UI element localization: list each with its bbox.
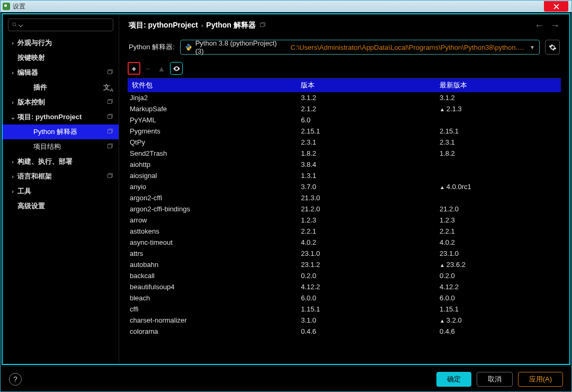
show-early-releases-button[interactable] xyxy=(170,62,183,75)
apply-button[interactable]: 应用(A) xyxy=(518,372,563,387)
svg-rect-1 xyxy=(108,70,111,74)
table-row[interactable]: backcall0.2.00.2.0 xyxy=(128,270,561,281)
table-row[interactable]: attrs23.1.023.1.0 xyxy=(128,248,561,259)
pkg-name: asttokens xyxy=(128,227,301,235)
pkg-latest: ▲3.2.0 xyxy=(440,316,561,324)
table-row[interactable]: MarkupSafe2.1.2▲2.1.3 xyxy=(128,103,561,114)
tree-item[interactable]: ›构建、执行、部署 xyxy=(3,154,119,169)
table-row[interactable]: aiohttp3.8.4 xyxy=(128,159,561,170)
pkg-version: 6.0.0 xyxy=(301,294,440,302)
tree-item-label: 高级设置 xyxy=(17,201,45,211)
table-row[interactable]: async-timeout4.0.24.0.2 xyxy=(128,237,561,248)
interpreter-select[interactable]: Python 3.8 (pythonProject) (3) C:\Users\… xyxy=(180,40,540,55)
pkg-latest: ▲23.6.2 xyxy=(440,261,561,269)
pkg-name: cffi xyxy=(128,305,301,313)
table-row[interactable]: colorama0.4.60.4.6 xyxy=(128,326,561,337)
pkg-version: 4.12.2 xyxy=(301,283,440,291)
tree-item[interactable]: ›工具 xyxy=(3,184,119,199)
tree-item[interactable]: ›插件文A xyxy=(3,80,119,95)
help-button[interactable]: ? xyxy=(9,373,22,386)
table-row[interactable]: Send2Trash1.8.21.8.2 xyxy=(128,148,561,159)
settings-search-input[interactable] xyxy=(8,19,113,31)
pkg-latest: 0.4.6 xyxy=(440,327,561,335)
svg-rect-5 xyxy=(108,145,111,148)
pkg-version: 2.2.1 xyxy=(301,227,440,235)
pkg-version: 2.3.1 xyxy=(301,138,440,146)
col-header-latest[interactable]: 最新版本 xyxy=(440,81,561,90)
tree-item[interactable]: ›编辑器 xyxy=(3,65,119,80)
tree-item[interactable]: ›语言和框架 xyxy=(3,169,119,184)
restore-icon[interactable] xyxy=(259,21,266,30)
pkg-version: 1.8.2 xyxy=(301,149,440,157)
breadcrumb-part-1: Python 解释器 xyxy=(206,21,255,30)
svg-point-0 xyxy=(13,23,16,26)
tree-item-label: 插件 xyxy=(33,83,47,92)
ok-button[interactable]: 确定 xyxy=(436,372,471,387)
pkg-version: 3.1.0 xyxy=(301,316,440,324)
svg-point-9 xyxy=(189,49,190,50)
tree-item[interactable]: ›版本控制 xyxy=(3,95,119,110)
tree-item[interactable]: ›按键映射 xyxy=(3,50,119,65)
pkg-latest: 4.0.2 xyxy=(440,238,561,246)
pkg-version: 4.0.2 xyxy=(301,238,440,246)
pkg-version: 21.3.0 xyxy=(301,194,440,202)
tree-item[interactable]: ›Python 解释器 xyxy=(3,124,119,139)
table-row[interactable]: autobahn23.1.2▲23.6.2 xyxy=(128,259,561,270)
window-close-button[interactable] xyxy=(544,1,568,12)
table-row[interactable]: Pygments2.15.12.15.1 xyxy=(128,126,561,137)
table-row[interactable]: arrow1.2.31.2.3 xyxy=(128,215,561,226)
table-row[interactable]: QtPy2.3.12.3.1 xyxy=(128,137,561,148)
pkg-latest: 6.0.0 xyxy=(440,294,561,302)
pkg-name: Jinja2 xyxy=(128,94,301,102)
expand-icon: › xyxy=(10,69,15,76)
breadcrumb: 项目: pythonProject › Python 解释器 ← → xyxy=(119,14,569,37)
nav-forward-button[interactable]: → xyxy=(550,20,560,31)
cancel-button[interactable]: 取消 xyxy=(477,372,513,387)
pkg-version: 3.8.4 xyxy=(301,161,440,168)
svg-rect-4 xyxy=(108,130,111,133)
pkg-latest: ▲2.1.3 xyxy=(440,105,561,113)
pkg-latest: 0.2.0 xyxy=(440,272,561,280)
table-row[interactable]: bleach6.0.06.0.0 xyxy=(128,292,561,304)
table-row[interactable]: PyYAML6.0 xyxy=(128,114,561,126)
package-table-header: 软件包 版本 最新版本 xyxy=(128,78,561,92)
pkg-name: anyio xyxy=(128,183,301,191)
settings-tree[interactable]: ›外观与行为›按键映射›编辑器›插件文A›版本控制⌄项目: pythonProj… xyxy=(3,35,119,360)
table-row[interactable]: argon2-cffi21.3.0 xyxy=(128,192,561,203)
tree-item[interactable]: ›高级设置 xyxy=(3,199,119,213)
pkg-name: beautifulsoup4 xyxy=(128,283,301,291)
expand-icon: ⌄ xyxy=(10,114,15,121)
nav-back-button[interactable]: ← xyxy=(534,20,544,31)
project-scope-icon xyxy=(106,68,113,77)
table-row[interactable]: argon2-cffi-bindings21.2.021.2.0 xyxy=(128,203,561,215)
pkg-name: argon2-cffi-bindings xyxy=(128,205,301,213)
pkg-version: 6.0 xyxy=(301,116,440,124)
interpreter-settings-button[interactable] xyxy=(545,40,560,55)
table-row[interactable]: charset-normalizer3.1.0▲3.2.0 xyxy=(128,315,561,326)
pkg-latest: 2.2.1 xyxy=(440,227,561,235)
col-header-name[interactable]: 软件包 xyxy=(128,81,301,90)
pkg-version: 23.1.2 xyxy=(301,261,440,269)
tree-item-label: 语言和框架 xyxy=(17,172,52,181)
package-table-body[interactable]: Jinja23.1.23.1.2MarkupSafe2.1.2▲2.1.3PyY… xyxy=(128,92,561,364)
chevron-right-icon: › xyxy=(201,22,203,29)
pkg-name: autobahn xyxy=(128,261,301,269)
tree-item[interactable]: ›项目结构 xyxy=(3,139,119,154)
tree-item-label: 构建、执行、部署 xyxy=(17,157,73,166)
table-row[interactable]: asttokens2.2.12.2.1 xyxy=(128,226,561,237)
table-row[interactable]: cffi1.15.11.15.1 xyxy=(128,304,561,315)
expand-icon: › xyxy=(10,173,15,180)
interpreter-name: Python 3.8 (pythonProject) (3) xyxy=(195,39,287,55)
table-row[interactable]: anyio3.7.0▲4.0.0rc1 xyxy=(128,181,561,192)
tree-item[interactable]: ›外观与行为 xyxy=(3,35,119,50)
table-row[interactable]: Jinja23.1.23.1.2 xyxy=(128,92,561,103)
tree-item-label: 编辑器 xyxy=(17,68,38,77)
pkg-version: 1.2.3 xyxy=(301,216,440,224)
col-header-version[interactable]: 版本 xyxy=(301,81,440,90)
svg-rect-6 xyxy=(108,174,111,178)
tree-item-label: 按键映射 xyxy=(17,53,45,63)
tree-item[interactable]: ⌄项目: pythonProject xyxy=(3,110,119,124)
add-package-button[interactable]: + xyxy=(128,62,140,75)
table-row[interactable]: beautifulsoup44.12.24.12.2 xyxy=(128,281,561,292)
table-row[interactable]: aiosignal1.3.1 xyxy=(128,170,561,181)
